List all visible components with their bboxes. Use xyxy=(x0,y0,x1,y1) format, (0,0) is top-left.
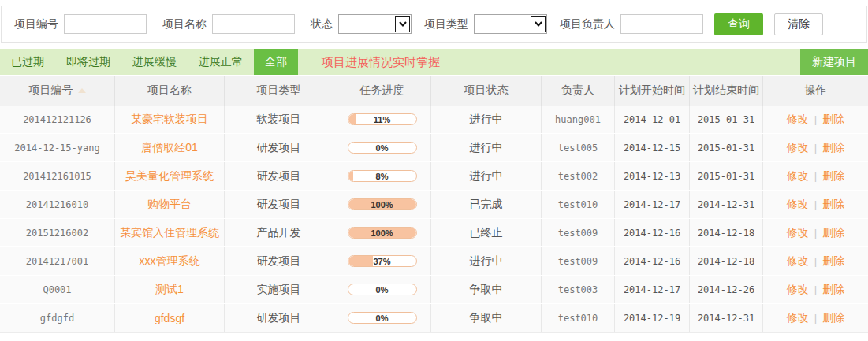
delete-link[interactable]: 删除 xyxy=(822,198,844,212)
delete-link[interactable]: 删除 xyxy=(822,141,844,155)
sort-ascending-icon xyxy=(78,88,86,93)
edit-link[interactable]: 修改 xyxy=(787,113,809,127)
cell-plan-end-date: 2015-01-31 xyxy=(690,106,763,133)
column-header-plan-start: 计划开始时间 xyxy=(615,76,690,106)
cell-project-status: 已完成 xyxy=(431,191,542,218)
progress-label: 100% xyxy=(348,228,416,239)
delete-link[interactable]: 删除 xyxy=(822,113,844,127)
cell-project-id: 20151216002 xyxy=(0,219,115,246)
project-name-link[interactable]: 唐僧取经01 xyxy=(141,141,198,155)
table-row: 2014-12-15-yang 唐僧取经01 研发项目 0% 进行中 test0… xyxy=(0,134,868,162)
chevron-down-icon xyxy=(531,16,546,32)
cell-plan-end-date: 2014-12-31 xyxy=(690,304,763,332)
edit-link[interactable]: 修改 xyxy=(787,226,809,240)
table-row: Q0001 测试1 实施项目 0% 争取中 test003 2014-12-17… xyxy=(0,276,868,304)
clear-button[interactable]: 清除 xyxy=(774,13,823,35)
cell-plan-start-date: 2014-12-16 xyxy=(615,219,690,246)
project-name-link[interactable]: 昊美量化管理系统 xyxy=(125,169,214,183)
delete-link[interactable]: 删除 xyxy=(822,283,844,297)
project-name-link[interactable]: 测试1 xyxy=(155,283,184,297)
project-type-select[interactable] xyxy=(474,14,547,34)
project-id-label: 项目编号 xyxy=(14,17,58,32)
action-separator: | xyxy=(814,142,817,154)
project-name-link[interactable]: gfdsgf xyxy=(155,312,184,324)
column-header-project-status: 项目状态 xyxy=(431,76,542,106)
cell-project-id: 2014-12-15-yang xyxy=(0,134,115,161)
projects-table: 项目编号 项目名称 项目类型 任务进度 项目状态 负责人 计划开始时间 计划结束… xyxy=(0,76,868,333)
filter-bar: 已过期 即将过期 进展缓慢 进展正常 全部 项目进展情况实时掌握 新建项目 xyxy=(0,49,868,75)
column-header-project-type: 项目类型 xyxy=(225,76,333,106)
progress-bar: 0% xyxy=(348,142,417,154)
cell-project-type: 研发项目 xyxy=(225,134,333,161)
progress-label: 0% xyxy=(348,143,416,154)
project-name-link[interactable]: 某宾馆入住管理系统 xyxy=(120,226,219,240)
table-row: gfdgfd gfdsgf 研发项目 0% 争取中 test010 2014-1… xyxy=(0,304,868,332)
progress-label: 8% xyxy=(348,171,416,182)
cell-project-status: 进行中 xyxy=(431,162,542,190)
cell-project-id: 201412121126 xyxy=(0,106,115,133)
column-header-owner: 负责人 xyxy=(542,76,615,106)
action-separator: | xyxy=(814,227,817,239)
project-name-input[interactable] xyxy=(212,14,295,34)
cell-plan-end-date: 2015-01-31 xyxy=(690,134,763,161)
cell-owner: test009 xyxy=(542,247,615,275)
delete-link[interactable]: 删除 xyxy=(822,226,844,240)
delete-link[interactable]: 删除 xyxy=(822,254,844,269)
progress-label: 0% xyxy=(348,284,416,295)
cell-project-id: 20141217001 xyxy=(0,247,115,275)
delete-link[interactable]: 删除 xyxy=(822,311,844,325)
table-row: 201412161015 昊美量化管理系统 研发项目 8% 进行中 test00… xyxy=(0,162,868,191)
cell-project-type: 研发项目 xyxy=(225,304,333,332)
edit-link[interactable]: 修改 xyxy=(787,283,809,297)
table-header-row: 项目编号 项目名称 项目类型 任务进度 项目状态 负责人 计划开始时间 计划结束… xyxy=(0,76,868,106)
cell-owner: huang001 xyxy=(542,106,615,133)
filter-tab-all[interactable]: 全部 xyxy=(254,49,298,75)
project-name-link[interactable]: xxx管理系统 xyxy=(140,254,200,269)
cell-project-status: 已终止 xyxy=(431,219,542,246)
project-name-link[interactable]: 某豪宅软装项目 xyxy=(131,113,208,127)
progress-bar: 11% xyxy=(348,113,417,125)
cell-project-status: 争取中 xyxy=(431,276,542,303)
cell-project-id: 20141216010 xyxy=(0,191,115,218)
progress-label: 100% xyxy=(348,199,416,210)
cell-plan-start-date: 2014-12-13 xyxy=(615,162,690,190)
cell-project-id: 201412161015 xyxy=(0,162,115,190)
progress-label: 0% xyxy=(348,313,416,324)
action-separator: | xyxy=(814,113,817,125)
edit-link[interactable]: 修改 xyxy=(787,141,809,155)
table-body: 201412121126 某豪宅软装项目 软装项目 11% 进行中 huang0… xyxy=(0,106,868,332)
edit-link[interactable]: 修改 xyxy=(787,198,809,212)
cell-owner: test010 xyxy=(542,191,615,218)
progress-bar: 100% xyxy=(348,198,417,210)
project-name-link[interactable]: 购物平台 xyxy=(147,198,192,212)
action-separator: | xyxy=(814,312,817,324)
project-name-label: 项目名称 xyxy=(162,17,207,32)
status-select[interactable] xyxy=(338,14,412,34)
progress-label: 11% xyxy=(348,114,416,125)
cell-owner: test003 xyxy=(542,276,615,303)
cell-project-type: 研发项目 xyxy=(225,247,333,275)
filter-tab-expired[interactable]: 已过期 xyxy=(0,49,55,75)
query-button[interactable]: 查询 xyxy=(714,13,763,35)
cell-plan-start-date: 2014-12-19 xyxy=(615,304,690,332)
progress-bar: 8% xyxy=(348,170,417,182)
cell-project-id: Q0001 xyxy=(0,276,115,303)
edit-link[interactable]: 修改 xyxy=(787,169,809,183)
edit-link[interactable]: 修改 xyxy=(787,254,809,269)
project-management-page: 项目编号 项目名称 状态 项目类型 项目负责人 查询 清除 已过期 即将过期 进… xyxy=(0,6,868,341)
delete-link[interactable]: 删除 xyxy=(822,169,844,183)
filter-tab-expiring-soon[interactable]: 即将过期 xyxy=(55,49,121,75)
edit-link[interactable]: 修改 xyxy=(787,311,809,325)
cell-project-type: 产品开发 xyxy=(225,219,333,246)
realtime-notice-text: 项目进展情况实时掌握 xyxy=(322,49,440,75)
column-header-project-id[interactable]: 项目编号 xyxy=(0,76,115,106)
new-project-button[interactable]: 新建项目 xyxy=(800,49,868,75)
filter-tab-normal-progress[interactable]: 进展正常 xyxy=(188,49,254,75)
cell-owner: test005 xyxy=(542,134,615,161)
action-separator: | xyxy=(814,284,817,295)
project-id-input[interactable] xyxy=(64,14,147,34)
cell-project-status: 进行中 xyxy=(431,134,542,161)
project-owner-input[interactable] xyxy=(620,14,703,34)
cell-plan-end-date: 2014-12-31 xyxy=(690,191,763,218)
filter-tab-slow-progress[interactable]: 进展缓慢 xyxy=(121,49,188,75)
